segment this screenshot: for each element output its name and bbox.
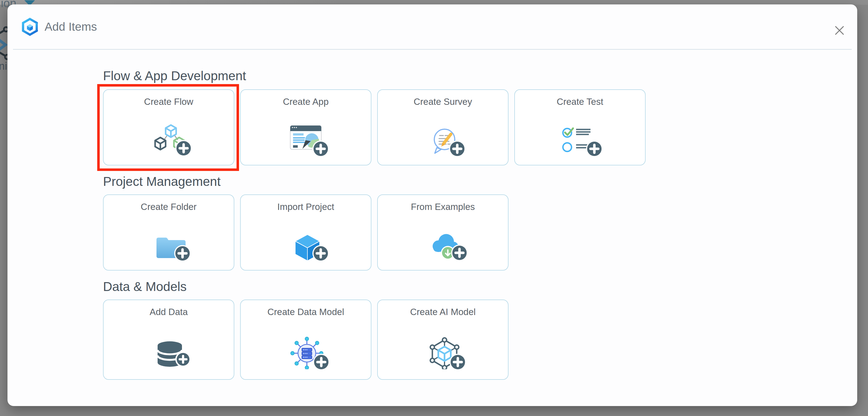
add-items-dialog: Add Items Flow & App Development Create … — [7, 4, 857, 406]
card-label: Create Folder — [141, 202, 197, 212]
section-heading-data-models: Data & Models — [103, 279, 187, 294]
import-project-icon — [286, 229, 330, 262]
section-heading-project-management: Project Management — [103, 174, 220, 189]
card-row: Create Flow Create App — [103, 89, 646, 165]
create-survey-icon — [423, 124, 467, 157]
card-label: Create Test — [557, 97, 603, 107]
create-test-icon — [560, 124, 604, 157]
card-create-ai-model[interactable]: Create AI Model — [377, 300, 508, 380]
card-label: From Examples — [411, 202, 475, 212]
plus-badge-icon — [449, 140, 466, 157]
dialog-title: Add Items — [44, 20, 97, 33]
hexagon-cube-logo — [21, 18, 38, 36]
plus-badge-icon — [586, 140, 603, 157]
card-row: Create Folder Import Project — [103, 195, 508, 271]
section-heading-flow-app-development: Flow & App Development — [103, 69, 246, 83]
card-label: Create Data Model — [268, 307, 344, 317]
add-data-icon — [149, 336, 193, 369]
card-add-data[interactable]: Add Data — [103, 300, 234, 380]
card-import-project[interactable]: Import Project — [240, 195, 371, 271]
plus-badge-icon — [174, 245, 191, 262]
dialog-header: Add Items — [7, 4, 857, 49]
card-row: Add Data Create Data Model — [103, 300, 508, 380]
create-ai-model-icon — [423, 336, 467, 369]
card-create-app[interactable]: Create App — [240, 89, 371, 165]
plus-badge-icon — [312, 140, 329, 157]
card-create-survey[interactable]: Create Survey — [377, 89, 508, 165]
backdrop-toolbar-strip — [0, 0, 868, 5]
card-from-examples[interactable]: From Examples — [377, 195, 508, 271]
card-label: Create Survey — [414, 97, 472, 107]
close-button[interactable] — [834, 25, 845, 36]
create-data-model-icon — [286, 336, 330, 369]
card-label: Import Project — [277, 202, 334, 212]
create-folder-icon — [149, 229, 193, 262]
close-icon — [835, 26, 844, 35]
card-label: Create Flow — [144, 97, 193, 107]
card-create-folder[interactable]: Create Folder — [103, 195, 234, 271]
card-label: Create AI Model — [410, 307, 476, 317]
plus-badge-icon — [175, 140, 192, 157]
from-examples-icon — [423, 229, 467, 262]
plus-badge-icon — [451, 244, 467, 261]
card-label: Create App — [283, 97, 329, 107]
card-label: Add Data — [150, 307, 188, 317]
card-create-flow[interactable]: Create Flow — [103, 89, 234, 165]
card-create-test[interactable]: Create Test — [514, 89, 646, 165]
header-divider — [13, 49, 852, 50]
plus-badge-icon — [175, 352, 191, 367]
plus-badge-icon — [312, 245, 329, 262]
plus-badge-icon — [450, 354, 466, 369]
create-app-icon — [286, 124, 330, 157]
create-flow-icon — [149, 124, 193, 157]
card-create-data-model[interactable]: Create Data Model — [240, 300, 371, 380]
